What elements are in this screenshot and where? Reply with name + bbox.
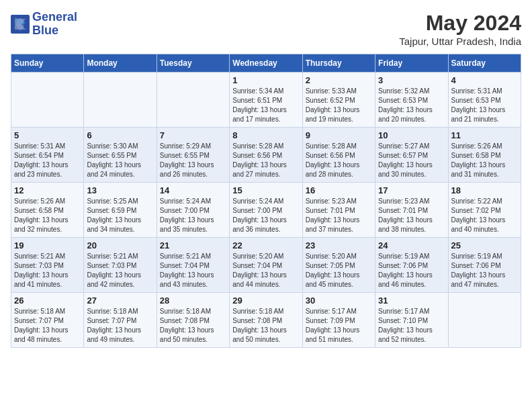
- day-info: Sunrise: 5:30 AM Sunset: 6:55 PM Dayligh…: [87, 142, 153, 179]
- calendar-table: SundayMondayTuesdayWednesdayThursdayFrid…: [11, 54, 521, 348]
- logo-line2: Blue: [32, 24, 77, 38]
- calendar-week-row: 12Sunrise: 5:26 AM Sunset: 6:58 PM Dayli…: [11, 183, 521, 238]
- calendar-cell: 1Sunrise: 5:34 AM Sunset: 6:51 PM Daylig…: [230, 73, 302, 128]
- calendar-cell: [157, 73, 229, 128]
- day-number: 12: [14, 185, 81, 195]
- calendar-cell: 3Sunrise: 5:32 AM Sunset: 6:53 PM Daylig…: [375, 73, 448, 128]
- day-number: 22: [232, 240, 299, 250]
- day-info: Sunrise: 5:23 AM Sunset: 7:01 PM Dayligh…: [306, 197, 372, 234]
- day-number: 3: [378, 75, 445, 85]
- calendar-week-row: 5Sunrise: 5:31 AM Sunset: 6:54 PM Daylig…: [11, 128, 521, 183]
- day-number: 8: [232, 130, 299, 140]
- calendar-header: SundayMondayTuesdayWednesdayThursdayFrid…: [11, 54, 521, 73]
- calendar-cell: 14Sunrise: 5:24 AM Sunset: 7:00 PM Dayli…: [157, 183, 229, 238]
- calendar-cell: 23Sunrise: 5:20 AM Sunset: 7:05 PM Dayli…: [302, 238, 375, 293]
- day-info: Sunrise: 5:18 AM Sunset: 7:07 PM Dayligh…: [14, 307, 81, 345]
- day-info: Sunrise: 5:21 AM Sunset: 7:03 PM Dayligh…: [87, 252, 153, 289]
- day-number: 1: [232, 75, 299, 85]
- calendar-cell: 26Sunrise: 5:18 AM Sunset: 7:07 PM Dayli…: [11, 293, 84, 348]
- calendar-cell: 12Sunrise: 5:26 AM Sunset: 6:58 PM Dayli…: [11, 183, 84, 238]
- calendar-cell: 6Sunrise: 5:30 AM Sunset: 6:55 PM Daylig…: [84, 128, 157, 183]
- day-info: Sunrise: 5:17 AM Sunset: 7:10 PM Dayligh…: [378, 307, 445, 345]
- day-number: 29: [232, 295, 299, 306]
- day-number: 20: [87, 240, 153, 250]
- day-number: 11: [451, 130, 518, 140]
- calendar-cell: 7Sunrise: 5:29 AM Sunset: 6:55 PM Daylig…: [157, 128, 229, 183]
- day-number: 7: [160, 130, 226, 140]
- day-number: 9: [306, 130, 372, 140]
- calendar-cell: 17Sunrise: 5:23 AM Sunset: 7:01 PM Dayli…: [375, 183, 448, 238]
- calendar-cell: 28Sunrise: 5:18 AM Sunset: 7:08 PM Dayli…: [157, 293, 229, 348]
- day-number: 18: [451, 185, 518, 195]
- calendar-cell: 18Sunrise: 5:22 AM Sunset: 7:02 PM Dayli…: [448, 183, 521, 238]
- day-info: Sunrise: 5:18 AM Sunset: 7:08 PM Dayligh…: [232, 307, 299, 345]
- calendar-cell: 8Sunrise: 5:28 AM Sunset: 6:56 PM Daylig…: [230, 128, 302, 183]
- day-info: Sunrise: 5:25 AM Sunset: 6:59 PM Dayligh…: [87, 197, 153, 234]
- calendar-cell: 22Sunrise: 5:20 AM Sunset: 7:04 PM Dayli…: [230, 238, 302, 293]
- calendar-cell: 9Sunrise: 5:28 AM Sunset: 6:56 PM Daylig…: [302, 128, 375, 183]
- day-number: 25: [451, 240, 518, 250]
- calendar-cell: [84, 73, 157, 128]
- day-number: 23: [306, 240, 372, 250]
- day-info: Sunrise: 5:18 AM Sunset: 7:07 PM Dayligh…: [87, 307, 153, 345]
- day-of-week-header: Tuesday: [157, 54, 229, 73]
- day-number: 2: [306, 75, 372, 85]
- calendar-cell: 27Sunrise: 5:18 AM Sunset: 7:07 PM Dayli…: [84, 293, 157, 348]
- day-of-week-header: Saturday: [448, 54, 521, 73]
- calendar-cell: 13Sunrise: 5:25 AM Sunset: 6:59 PM Dayli…: [84, 183, 157, 238]
- calendar-cell: 30Sunrise: 5:17 AM Sunset: 7:09 PM Dayli…: [302, 293, 375, 348]
- day-number: 19: [14, 240, 81, 250]
- calendar-cell: 2Sunrise: 5:33 AM Sunset: 6:52 PM Daylig…: [302, 73, 375, 128]
- calendar-cell: 5Sunrise: 5:31 AM Sunset: 6:54 PM Daylig…: [11, 128, 84, 183]
- day-info: Sunrise: 5:24 AM Sunset: 7:00 PM Dayligh…: [232, 197, 299, 234]
- title-block: May 2024 Tajpur, Uttar Pradesh, India: [399, 11, 521, 47]
- day-info: Sunrise: 5:20 AM Sunset: 7:04 PM Dayligh…: [232, 252, 299, 289]
- day-number: 13: [87, 185, 153, 195]
- day-number: 15: [232, 185, 299, 195]
- day-info: Sunrise: 5:23 AM Sunset: 7:01 PM Dayligh…: [378, 197, 445, 234]
- day-info: Sunrise: 5:33 AM Sunset: 6:52 PM Dayligh…: [306, 87, 372, 124]
- day-number: 16: [306, 185, 372, 195]
- day-info: Sunrise: 5:31 AM Sunset: 6:54 PM Dayligh…: [14, 142, 81, 179]
- day-of-week-header: Monday: [84, 54, 157, 73]
- day-info: Sunrise: 5:27 AM Sunset: 6:57 PM Dayligh…: [378, 142, 445, 179]
- calendar-cell: 29Sunrise: 5:18 AM Sunset: 7:08 PM Dayli…: [230, 293, 302, 348]
- logo-line1: General: [32, 11, 77, 24]
- day-number: 6: [87, 130, 153, 140]
- day-number: 10: [378, 130, 445, 140]
- header-row: SundayMondayTuesdayWednesdayThursdayFrid…: [11, 54, 521, 73]
- day-info: Sunrise: 5:20 AM Sunset: 7:05 PM Dayligh…: [306, 252, 372, 289]
- calendar-cell: 20Sunrise: 5:21 AM Sunset: 7:03 PM Dayli…: [84, 238, 157, 293]
- calendar-cell: 25Sunrise: 5:19 AM Sunset: 7:06 PM Dayli…: [448, 238, 521, 293]
- day-number: 4: [451, 75, 518, 85]
- logo: General Blue: [11, 11, 77, 38]
- day-info: Sunrise: 5:26 AM Sunset: 6:58 PM Dayligh…: [451, 142, 518, 179]
- calendar-week-row: 1Sunrise: 5:34 AM Sunset: 6:51 PM Daylig…: [11, 73, 521, 128]
- day-info: Sunrise: 5:32 AM Sunset: 6:53 PM Dayligh…: [378, 87, 445, 124]
- location: Tajpur, Uttar Pradesh, India: [399, 36, 521, 47]
- day-number: 26: [14, 295, 81, 306]
- logo-icon: [11, 15, 30, 34]
- calendar-body: 1Sunrise: 5:34 AM Sunset: 6:51 PM Daylig…: [11, 73, 521, 348]
- calendar-cell: 21Sunrise: 5:21 AM Sunset: 7:04 PM Dayli…: [157, 238, 229, 293]
- day-number: 21: [160, 240, 226, 250]
- calendar-cell: 19Sunrise: 5:21 AM Sunset: 7:03 PM Dayli…: [11, 238, 84, 293]
- day-info: Sunrise: 5:29 AM Sunset: 6:55 PM Dayligh…: [160, 142, 226, 179]
- calendar-cell: 4Sunrise: 5:31 AM Sunset: 6:53 PM Daylig…: [448, 73, 521, 128]
- day-of-week-header: Sunday: [11, 54, 84, 73]
- day-of-week-header: Thursday: [302, 54, 375, 73]
- day-info: Sunrise: 5:17 AM Sunset: 7:09 PM Dayligh…: [306, 307, 372, 345]
- day-of-week-header: Wednesday: [230, 54, 302, 73]
- calendar-cell: 31Sunrise: 5:17 AM Sunset: 7:10 PM Dayli…: [375, 293, 448, 348]
- calendar-cell: 11Sunrise: 5:26 AM Sunset: 6:58 PM Dayli…: [448, 128, 521, 183]
- day-number: 30: [306, 295, 372, 306]
- calendar-cell: 24Sunrise: 5:19 AM Sunset: 7:06 PM Dayli…: [375, 238, 448, 293]
- day-of-week-header: Friday: [375, 54, 448, 73]
- day-info: Sunrise: 5:19 AM Sunset: 7:06 PM Dayligh…: [451, 252, 518, 289]
- day-number: 27: [87, 295, 153, 306]
- logo-text: General Blue: [32, 11, 77, 38]
- calendar-cell: [11, 73, 84, 128]
- day-info: Sunrise: 5:28 AM Sunset: 6:56 PM Dayligh…: [306, 142, 372, 179]
- calendar-cell: 15Sunrise: 5:24 AM Sunset: 7:00 PM Dayli…: [230, 183, 302, 238]
- day-info: Sunrise: 5:31 AM Sunset: 6:53 PM Dayligh…: [451, 87, 518, 124]
